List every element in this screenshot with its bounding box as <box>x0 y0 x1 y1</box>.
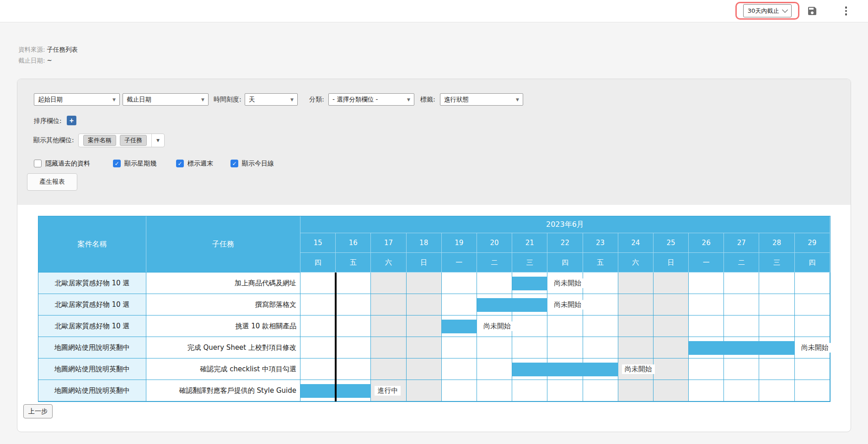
checkbox-label: 標示週末 <box>188 160 213 168</box>
triangle-down-icon: ▼ <box>516 97 519 102</box>
gantt-day-cell <box>442 380 477 401</box>
gantt-weekday-header: 二 <box>724 253 759 273</box>
gantt-case-header: 案件名稱 <box>38 216 146 273</box>
time-scale-select[interactable]: 天▼ <box>245 93 298 106</box>
gantt-date-header: 25 <box>654 233 689 253</box>
report-card: 起始日期▼ 截止日期▼ 時間刻度: 天▼ 分類: - 選擇分類欄位 -▼ 標籤:… <box>17 79 851 432</box>
gantt-day-cell <box>724 380 759 401</box>
gantt-day-cell <box>689 316 724 337</box>
gantt-day-cell <box>336 337 371 358</box>
gantt-day-cell <box>336 294 371 316</box>
gantt-subtask-cell: 確認翻譯對應客戶提供的 Style Guide <box>146 380 300 401</box>
gantt-day-cell <box>583 337 618 358</box>
gantt-date-header: 22 <box>547 233 583 253</box>
triangle-down-icon: ▼ <box>407 97 410 102</box>
gantt-weekday-header: 日 <box>654 253 689 273</box>
field-chip[interactable]: 子任務 <box>120 135 147 146</box>
data-source-value: 子任務列表 <box>47 46 78 53</box>
gantt-case-cell: 北歐居家質感好物 10 選 <box>38 316 146 337</box>
field-chip[interactable]: 案件名稱 <box>83 135 116 146</box>
gantt-weekday-header: 五 <box>583 253 618 273</box>
due-date-line: 截止日期:~ <box>18 55 78 66</box>
gantt-weekday-header: 一 <box>442 253 477 273</box>
toolbar: 30天內截止 <box>0 0 868 22</box>
triangle-down-icon: ▼ <box>113 97 116 102</box>
gantt-date-header: 17 <box>371 233 406 253</box>
gantt-day-cell <box>300 337 336 358</box>
checkbox-item-3[interactable]: ✓標示週末 <box>176 159 213 168</box>
gantt-weekday-header: 四 <box>300 253 336 273</box>
gantt-day-cell <box>795 380 830 401</box>
checkbox-item-1[interactable]: 隱藏過去的資料 <box>34 159 90 168</box>
gantt-case-cell: 地圖網站使用說明英翻中 <box>38 337 146 358</box>
gantt-month-header: 2023年6月 <box>300 216 830 233</box>
gantt-weekday-header: 四 <box>795 253 830 273</box>
end-date-select[interactable]: 截止日期▼ <box>123 93 209 106</box>
gantt-day-cell <box>547 337 583 358</box>
gantt-weekday-header: 三 <box>512 253 547 273</box>
checkbox-checked: ✓ <box>113 160 121 167</box>
gantt-subtask-cell: 加上商品代碼及網址 <box>146 273 300 294</box>
gantt-day-cell <box>547 316 583 337</box>
gantt-case-cell: 北歐居家質感好物 10 選 <box>38 273 146 294</box>
field-dropdown-button[interactable]: ▼ <box>151 134 164 147</box>
more-menu-button[interactable] <box>842 6 850 16</box>
add-sort-field-button[interactable]: + <box>67 116 76 125</box>
gantt-day-cell <box>442 337 477 358</box>
tag-select[interactable]: 進行狀態▼ <box>440 93 523 106</box>
gantt-date-header: 18 <box>407 233 442 253</box>
gantt-day-cell <box>795 273 830 294</box>
gantt-day-cell <box>724 358 759 380</box>
checkbox-item-4[interactable]: ✓顯示今日線 <box>230 159 274 168</box>
gantt-day-cell <box>654 358 689 380</box>
gantt-case-cell: 北歐居家質感好物 10 選 <box>38 294 146 316</box>
tag-select-value: 進行狀態 <box>444 96 469 104</box>
gantt-day-cell <box>795 316 830 337</box>
gantt-bar <box>477 298 547 312</box>
gantt-status-label: 尚未開始 <box>551 300 584 310</box>
gantt-date-header: 28 <box>759 233 794 253</box>
gantt-day-cell <box>618 273 654 294</box>
gantt-weekday-header: 日 <box>407 253 442 273</box>
gantt-day-cell <box>336 316 371 337</box>
gantt-date-header: 26 <box>689 233 724 253</box>
gantt-status-label: 尚未開始 <box>481 321 514 331</box>
gantt-day-cell <box>300 358 336 380</box>
checkbox-label: 顯示星期幾 <box>124 160 156 168</box>
gantt-day-cell <box>654 380 689 401</box>
back-button[interactable]: 上一步 <box>23 404 53 418</box>
gantt-day-cell <box>477 273 512 294</box>
triangle-down-icon: ▼ <box>290 97 294 102</box>
gantt-weekday-header: 二 <box>477 253 512 273</box>
chevron-down-icon <box>782 7 788 13</box>
generate-report-button[interactable]: 產生報表 <box>27 173 77 191</box>
gantt-subtask-header: 子任務 <box>146 216 300 273</box>
end-date-select-value: 截止日期 <box>127 96 151 104</box>
category-select[interactable]: - 選擇分類欄位 -▼ <box>328 93 414 106</box>
gantt-day-cell <box>583 273 618 294</box>
tag-label: 標籤: <box>420 93 435 106</box>
gantt-day-cell <box>654 294 689 316</box>
gantt-day-cell <box>336 358 371 380</box>
data-source-label: 資料來源: <box>18 46 45 53</box>
gantt-subtask-cell: 撰寫部落格文 <box>146 294 300 316</box>
save-button[interactable] <box>807 5 818 16</box>
gantt-status-label: 尚未開始 <box>551 278 584 288</box>
gantt-day-cell <box>512 380 547 401</box>
gantt-bar <box>512 277 547 290</box>
due-filter-select[interactable]: 30天內截止 <box>743 4 792 17</box>
start-date-select[interactable]: 起始日期▼ <box>34 93 120 106</box>
checkbox-item-2[interactable]: ✓顯示星期幾 <box>113 159 156 168</box>
gantt-date-header: 19 <box>442 233 477 253</box>
gantt-subtask-cell: 挑選 10 款相關產品 <box>146 316 300 337</box>
gantt-day-cell <box>795 358 830 380</box>
gantt-day-cell <box>795 294 830 316</box>
sort-fields-label: 排序欄位: <box>34 115 62 127</box>
gantt-day-cell <box>407 380 442 401</box>
due-filter-value: 30天內截止 <box>748 7 779 15</box>
data-source-line: 資料來源:子任務列表 <box>18 44 78 55</box>
gantt-day-cell <box>300 316 336 337</box>
gantt-day-cell <box>371 316 406 337</box>
triangle-down-icon: ▼ <box>201 97 204 102</box>
gantt-day-cell <box>371 273 406 294</box>
